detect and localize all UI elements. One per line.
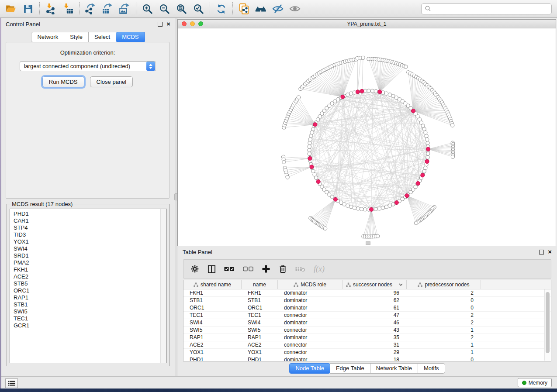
tab-select[interactable]: Select: [89, 32, 116, 42]
refresh-icon[interactable]: [214, 2, 228, 15]
zoom-in-icon[interactable]: [141, 2, 154, 15]
zoom-selected-icon[interactable]: [192, 2, 205, 15]
mcds-result-listbox: PHD1CAR1STP4TID3YOX1SWI4SRD1PMA2FKH1ACE2…: [10, 209, 167, 363]
export-image-icon[interactable]: [118, 2, 131, 15]
panel-list-button[interactable]: [5, 378, 18, 388]
mcds-result-item[interactable]: GCR1: [14, 322, 163, 329]
tab-mcds[interactable]: MCDS: [116, 32, 145, 42]
table-cell: 35: [343, 334, 407, 340]
mcds-result-item[interactable]: ORC1: [14, 287, 163, 294]
column-header-MCDS-role[interactable]: MCDS role: [278, 280, 343, 289]
network-graph[interactable]: [178, 28, 556, 245]
control-panel-title: Control Panel: [6, 21, 40, 28]
table-cell: SWI4: [183, 320, 242, 326]
hide-selected-icon[interactable]: [271, 2, 284, 15]
tab-style[interactable]: Style: [64, 32, 89, 42]
export-network-icon[interactable]: [84, 2, 97, 15]
result-scrollbar[interactable]: [160, 209, 166, 363]
network-window-titlebar: YPA_prune.txt_1: [178, 20, 556, 28]
table-row[interactable]: PHD1PHD1dominator180: [183, 356, 551, 361]
table-cell: 1: [407, 342, 481, 348]
mcds-result-item[interactable]: PHD1: [14, 210, 163, 217]
tab-motifs[interactable]: Motifs: [418, 363, 445, 374]
table-options-icon[interactable]: [190, 265, 199, 273]
mcds-result-item[interactable]: TID3: [14, 231, 163, 238]
mcds-result-item[interactable]: ACE2: [14, 273, 163, 280]
control-panel: Control Panel × NetworkStyleSelectMCDS O…: [1, 18, 175, 376]
network-window: YPA_prune.txt_1: [177, 19, 556, 246]
network-search-icon[interactable]: [254, 2, 267, 15]
tab-network[interactable]: Network: [31, 32, 64, 42]
save-session-icon[interactable]: [21, 2, 35, 15]
export-table-icon[interactable]: [101, 2, 114, 15]
column-header-predecessor-nodes[interactable]: predecessor nodes: [407, 280, 481, 289]
tab-edge-table[interactable]: Edge Table: [330, 363, 370, 374]
open-file-icon[interactable]: [4, 2, 17, 15]
desktop-wallpaper-bottom: [0, 389, 557, 392]
table-row[interactable]: ACE2ACE2connector311: [183, 341, 551, 349]
mcds-result-item[interactable]: RAP1: [14, 294, 163, 301]
float-window-icon[interactable]: [158, 22, 163, 27]
table-row[interactable]: YOX1YOX1connector291: [183, 349, 551, 356]
show-columns-icon[interactable]: [208, 265, 216, 273]
column-header-shared-name[interactable]: shared name: [183, 280, 242, 289]
criterion-dropdown[interactable]: largest connected component (undirected): [20, 61, 156, 71]
delete-column-icon[interactable]: [279, 265, 287, 273]
table-row[interactable]: FKH1FKH1dominator962: [183, 289, 551, 297]
close-panel-icon[interactable]: ×: [166, 22, 170, 26]
import-table-icon[interactable]: [61, 2, 74, 15]
import-network-icon[interactable]: [44, 2, 57, 15]
mcds-result-item[interactable]: CAR1: [14, 217, 163, 224]
mcds-result-box: MCDS result (17 nodes) PHD1CAR1STP4TID3Y…: [7, 204, 170, 366]
column-header-successor-nodes[interactable]: successor nodes: [343, 280, 407, 289]
mcds-result-item[interactable]: STB5: [14, 280, 163, 287]
mcds-result-item[interactable]: STP4: [14, 224, 163, 231]
node-table: shared namenameMCDS rolesuccessor nodesp…: [183, 280, 551, 361]
run-mcds-button[interactable]: Run MCDS: [42, 76, 84, 87]
add-column-icon[interactable]: [262, 265, 270, 273]
network-scroll-handle[interactable]: [366, 241, 370, 245]
search-box[interactable]: [421, 3, 552, 14]
table-scrollbar[interactable]: [544, 289, 550, 361]
zoom-out-icon[interactable]: [158, 2, 171, 15]
table-cell: 2: [407, 320, 481, 326]
list-icon: [8, 381, 15, 386]
control-panel-header: Control Panel ×: [1, 18, 175, 30]
deselect-all-icon[interactable]: [243, 266, 253, 272]
mcds-result-item[interactable]: TEC1: [14, 315, 163, 322]
tab-network-table[interactable]: Network Table: [370, 363, 418, 374]
optimization-criterion-label: Optimization criterion:: [6, 49, 169, 56]
table-cell: connector: [278, 327, 343, 333]
show-all-icon[interactable]: [288, 2, 301, 15]
memory-label: Memory: [529, 380, 547, 386]
table-row[interactable]: SWI4SWI4dominator462: [183, 319, 551, 327]
network-view[interactable]: [178, 28, 556, 246]
mcds-result-item[interactable]: PMA2: [14, 259, 163, 266]
search-input[interactable]: [432, 4, 551, 13]
table-row[interactable]: STB1STB1dominator620: [183, 297, 551, 304]
network-window-title: YPA_prune.txt_1: [178, 21, 556, 27]
mcds-result-item[interactable]: SWI5: [14, 308, 163, 315]
float-window-icon[interactable]: [539, 250, 544, 254]
mcds-result-item[interactable]: FKH1: [14, 266, 163, 273]
mcds-result-item[interactable]: YOX1: [14, 238, 163, 245]
clone-network-icon[interactable]: [237, 2, 250, 15]
mcds-result-item[interactable]: STB1: [14, 301, 163, 308]
table-cell: ORC1: [183, 305, 242, 311]
mcds-result-item[interactable]: SRD1: [14, 252, 163, 259]
sort-chevron-icon[interactable]: [399, 283, 403, 286]
memory-button[interactable]: Memory: [518, 378, 552, 387]
zoom-fit-icon[interactable]: [175, 2, 188, 15]
table-scrollbar-thumb[interactable]: [546, 292, 550, 353]
close-panel-button[interactable]: Close panel: [90, 76, 133, 87]
table-cell: 46: [343, 320, 407, 326]
table-row[interactable]: SWI5SWI5connector431: [183, 327, 551, 334]
tab-node-table[interactable]: Node Table: [289, 363, 330, 374]
select-all-icon[interactable]: [224, 266, 235, 272]
mcds-result-item[interactable]: SWI4: [14, 245, 163, 252]
table-row[interactable]: RAP1RAP1dominator352: [183, 334, 551, 341]
table-row[interactable]: TEC1TEC1connector472: [183, 312, 551, 319]
close-panel-icon[interactable]: ×: [548, 250, 552, 254]
column-header-name[interactable]: name: [242, 280, 278, 289]
table-row[interactable]: ORC1ORC1dominator610: [183, 304, 551, 312]
